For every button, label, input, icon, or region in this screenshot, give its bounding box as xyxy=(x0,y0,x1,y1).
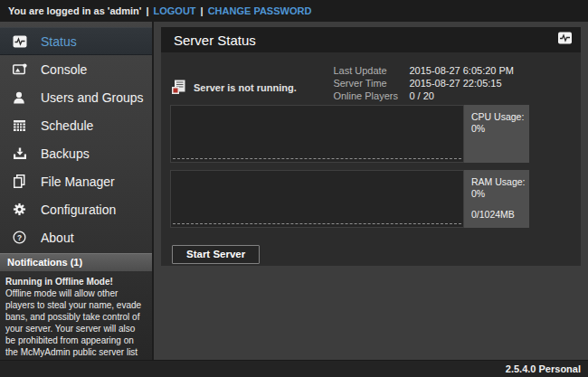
server-status-text: Server is not running. xyxy=(194,82,297,93)
sidebar-nav: Status Console Users and Groups Schedule xyxy=(0,22,152,251)
sidebar-item-label: Schedule xyxy=(41,118,93,133)
info-row-last-update: Last Update 2015-08-27 6:05:20 PM xyxy=(333,64,514,77)
top-bar: You are logged in as 'admin' | LOGOUT | … xyxy=(0,0,588,22)
status-pulse-icon xyxy=(12,33,27,49)
sidebar-item-about[interactable]: ? About xyxy=(0,223,152,251)
ram-usage-graph xyxy=(170,170,464,228)
info-value: 2015-08-27 6:05:20 PM xyxy=(409,64,514,77)
separator: | xyxy=(146,5,148,16)
sidebar-item-label: Configuration xyxy=(41,203,116,217)
sidebar-item-status[interactable]: Status xyxy=(0,27,152,55)
info-label: Server Time xyxy=(333,77,409,90)
graph-zero-baseline xyxy=(173,223,461,224)
notifications-header: Notifications (1) xyxy=(0,253,152,271)
cpu-usage-value: 0% xyxy=(471,123,526,135)
cpu-usage-row: CPU Usage: 0% xyxy=(170,105,572,163)
info-value: 0 / 20 xyxy=(409,90,434,102)
sidebar-item-label: Users and Groups xyxy=(41,90,144,105)
console-icon xyxy=(12,61,27,77)
sidebar-item-users-and-groups[interactable]: Users and Groups xyxy=(0,83,152,111)
schedule-icon xyxy=(12,118,27,133)
sidebar-item-backups[interactable]: Backups xyxy=(0,139,152,167)
sidebar-item-label: About xyxy=(41,231,74,245)
server-status-message: Server is not running. xyxy=(172,71,297,105)
info-label: Last Update xyxy=(333,64,409,77)
sidebar-item-label: File Manager xyxy=(41,174,115,189)
graph-zero-baseline xyxy=(173,158,461,159)
status-info-row: Server is not running. Last Update 2015-… xyxy=(170,61,572,105)
users-icon xyxy=(12,90,27,105)
sidebar-item-label: Backups xyxy=(41,146,90,161)
sidebar-item-schedule[interactable]: Schedule xyxy=(0,111,152,139)
notifications-section: Notifications (1) Running in Offline Mod… xyxy=(0,253,152,374)
gear-icon xyxy=(12,202,27,217)
sidebar-item-label: Status xyxy=(41,34,77,49)
svg-text:?: ? xyxy=(17,233,22,242)
change-password-link[interactable]: CHANGE PASSWORD xyxy=(208,5,312,16)
question-icon: ? xyxy=(12,230,27,245)
info-label: Online Players xyxy=(333,90,409,102)
ram-usage-detail: 0/1024MB xyxy=(471,209,526,221)
sidebar-item-configuration[interactable]: Configuration xyxy=(0,195,152,223)
notification-title: Running in Offline Mode! xyxy=(5,276,147,287)
footer-bar: 2.5.4.0 Personal xyxy=(0,360,588,377)
server-stopped-icon xyxy=(172,80,185,96)
notification-item: Running in Offline Mode! Offline mode wi… xyxy=(0,271,152,374)
notification-body-text: Offline mode will allow other players to… xyxy=(5,287,147,370)
sidebar: Status Console Users and Groups Schedule xyxy=(0,22,154,360)
cpu-usage-panel: CPU Usage: 0% xyxy=(464,105,529,163)
sidebar-item-file-manager[interactable]: File Manager xyxy=(0,167,152,195)
info-row-online-players: Online Players 0 / 20 xyxy=(333,90,514,102)
version-text: 2.5.4.0 Personal xyxy=(506,363,581,374)
server-info-table: Last Update 2015-08-27 6:05:20 PM Server… xyxy=(333,64,514,105)
sidebar-item-console[interactable]: Console xyxy=(0,55,152,83)
cpu-usage-label: CPU Usage: xyxy=(471,111,526,123)
ram-usage-label: RAM Usage: xyxy=(471,176,526,188)
backups-icon xyxy=(12,146,27,161)
panel-header: Server Status xyxy=(161,27,581,52)
logged-in-text: You are logged in as 'admin' xyxy=(8,5,141,16)
server-status-panel: Server Status Server is not running. Las… xyxy=(161,27,581,266)
status-pulse-icon xyxy=(557,32,573,48)
logout-link[interactable]: LOGOUT xyxy=(154,5,196,16)
info-row-server-time: Server Time 2015-08-27 22:05:15 xyxy=(333,77,514,90)
panel-body: Server is not running. Last Update 2015-… xyxy=(161,52,581,266)
sidebar-item-label: Console xyxy=(41,62,87,77)
start-server-button[interactable]: Start Server xyxy=(172,245,260,264)
ram-usage-panel: RAM Usage: 0% 0/1024MB xyxy=(464,170,529,228)
page-title: Server Status xyxy=(174,33,256,48)
ram-usage-row: RAM Usage: 0% 0/1024MB xyxy=(170,170,572,228)
file-manager-icon xyxy=(12,174,27,189)
cpu-usage-graph xyxy=(170,105,464,163)
separator: | xyxy=(201,5,204,16)
info-value: 2015-08-27 22:05:15 xyxy=(409,77,501,90)
ram-usage-value: 0% xyxy=(471,188,526,200)
